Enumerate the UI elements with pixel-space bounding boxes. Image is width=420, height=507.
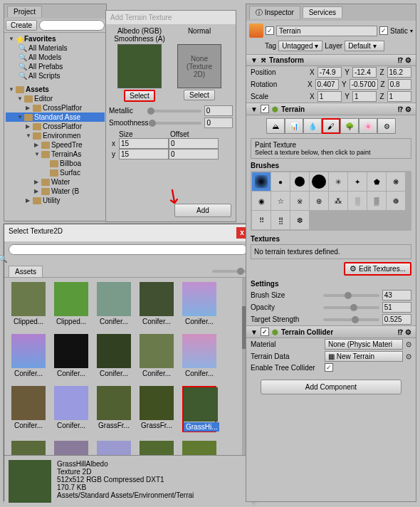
opacity-slider[interactable] — [323, 306, 379, 309]
smooth-tool[interactable]: 💧 — [303, 118, 322, 134]
brush-item[interactable]: ⊛ — [310, 192, 328, 210]
tree-item[interactable]: ▶Water (B — [6, 187, 105, 196]
texture-item[interactable]: GrassFr... — [97, 386, 131, 432]
texture-item[interactable]: GrassR... — [11, 441, 46, 455]
brush-item[interactable]: ▒ — [367, 192, 386, 210]
pos-z[interactable]: 16.2 — [387, 67, 411, 78]
texture-item[interactable]: Conifer... — [140, 334, 174, 377]
terrain-enable-checkbox[interactable] — [261, 105, 269, 113]
target-strength-slider[interactable] — [323, 318, 379, 321]
tree-item[interactable]: ▶Water — [6, 177, 105, 187]
layer-dropdown[interactable]: Default ▾ — [345, 41, 384, 51]
inspector-tab[interactable]: ⓘ Inspector — [249, 6, 300, 19]
transform-header[interactable]: Transform — [269, 56, 304, 64]
brush-size-slider[interactable] — [323, 294, 379, 297]
opacity-val[interactable]: 51 — [382, 302, 411, 313]
tag-dropdown[interactable]: Untagged ▾ — [278, 41, 322, 51]
add-component-button[interactable]: Add Component — [261, 380, 401, 394]
offset-x-input[interactable] — [169, 138, 219, 149]
brush-item[interactable]: ⠿ — [252, 211, 271, 229]
detail-tool[interactable]: 🌸 — [359, 118, 377, 134]
texture-item-selected[interactable]: GrassHi... — [182, 386, 216, 432]
scl-y[interactable]: 1 — [352, 91, 377, 102]
brush-item[interactable] — [252, 172, 271, 191]
tree-item[interactable]: ▼Standard Asse — [6, 113, 105, 122]
tree-item[interactable]: ▶SpeedTre — [6, 140, 105, 150]
terrain-data-field[interactable]: ▦ New Terrain — [325, 351, 403, 362]
add-button[interactable]: Add — [174, 204, 231, 217]
project-search[interactable] — [39, 20, 105, 31]
brush-item[interactable]: ● — [271, 172, 290, 191]
raise-tool[interactable]: ⛰ — [266, 118, 285, 134]
brush-item[interactable]: ◉ — [252, 192, 271, 210]
brush-size-val[interactable]: 43 — [382, 290, 411, 300]
collider-header[interactable]: Terrain Collider — [281, 328, 333, 336]
fav-item[interactable]: 🔍All Materials — [6, 43, 105, 53]
texture-item[interactable]: Conifer... — [54, 334, 88, 377]
tree-item[interactable]: Billboa — [6, 159, 105, 168]
brush-item[interactable]: ❁ — [387, 192, 405, 210]
tree-collider-checkbox[interactable] — [325, 363, 333, 372]
metallic-slider[interactable] — [147, 110, 201, 113]
rot-y[interactable]: -0.5700 — [350, 79, 378, 90]
size-y-input[interactable] — [119, 149, 169, 160]
scl-x[interactable]: 1 — [317, 91, 342, 102]
texture-item[interactable]: Clipped... — [11, 282, 46, 325]
name-input[interactable] — [276, 26, 377, 36]
select-albedo-button[interactable]: Select — [124, 90, 155, 102]
brush-item[interactable]: ⬟ — [367, 172, 386, 191]
texture-item[interactable]: MudRock... — [97, 441, 131, 455]
services-tab[interactable]: Services — [303, 6, 342, 18]
tree-item[interactable]: Surfac — [6, 168, 105, 177]
assets-tab[interactable]: Assets — [9, 266, 43, 277]
brush-item[interactable]: ☆ — [271, 192, 290, 210]
brush-item[interactable]: ⣿ — [271, 211, 290, 229]
smoothness-value[interactable]: 0 — [204, 117, 233, 128]
texture-item[interactable]: Conifer... — [182, 282, 216, 325]
create-button[interactable]: Create — [6, 20, 37, 31]
tree-item[interactable]: ▶CrossPlatfor — [6, 103, 105, 113]
texture-item[interactable]: MudRoc... — [54, 441, 88, 455]
scl-z[interactable]: 1 — [387, 91, 411, 102]
texture-search[interactable] — [9, 244, 248, 255]
edit-textures-button[interactable]: Edit Textures... — [344, 262, 411, 276]
brush-item[interactable]: ※ — [290, 192, 309, 210]
project-tab[interactable]: Project — [7, 6, 42, 17]
texture-item[interactable]: Clipped... — [54, 282, 88, 325]
rot-z[interactable]: 0.8 — [388, 79, 411, 90]
brush-item[interactable]: ⁂ — [329, 192, 347, 210]
thumbnail-size-slider[interactable] — [212, 270, 248, 273]
material-field[interactable]: None (Physic Materi — [325, 339, 403, 350]
tree-item[interactable]: ▼Environmen — [6, 131, 105, 140]
settings-tool[interactable]: ⚙ — [377, 118, 396, 134]
texture-item[interactable]: GrassFr... — [140, 386, 174, 432]
pos-x[interactable]: -74.9 — [317, 67, 342, 78]
brush-item[interactable]: ░ — [348, 192, 367, 210]
brush-item[interactable] — [310, 172, 328, 191]
static-checkbox[interactable] — [379, 26, 388, 35]
texture-item[interactable]: Conifer... — [11, 334, 46, 377]
target-strength-val[interactable]: 0.525 — [382, 314, 411, 325]
brush-item[interactable]: ✳ — [329, 172, 347, 191]
texture-item[interactable]: Conifer... — [11, 386, 46, 432]
paint-height-tool[interactable]: 📊 — [285, 118, 303, 134]
tree-item[interactable]: ▼Editor — [6, 94, 105, 103]
tree-tool[interactable]: 🌳 — [340, 118, 359, 134]
tree-item[interactable]: ▼TerrainAs — [6, 150, 105, 159]
texture-item[interactable]: Conifer... — [97, 282, 131, 325]
rot-x[interactable]: 0.407 — [315, 79, 339, 90]
pos-y[interactable]: -12.4 — [352, 67, 377, 78]
smoothness-slider[interactable] — [149, 122, 202, 125]
tree-item[interactable]: ▶Utility — [6, 196, 105, 205]
collider-enable-checkbox[interactable] — [261, 328, 269, 336]
fav-item[interactable]: 🔍All Prefabs — [6, 62, 105, 71]
offset-y-input[interactable] — [169, 149, 219, 160]
tree-item[interactable]: ▶CrossPlatfor — [6, 122, 105, 131]
brush-item[interactable]: ✦ — [348, 172, 367, 191]
select-normal-button[interactable]: Select — [184, 90, 215, 100]
texture-item[interactable]: Palm_D... — [182, 441, 216, 455]
fav-item[interactable]: 🔍All Models — [6, 53, 105, 62]
paint-texture-tool[interactable]: 🖌 — [322, 118, 340, 134]
brush-item[interactable]: ❆ — [290, 211, 309, 229]
terrain-header[interactable]: Terrain — [281, 105, 305, 113]
